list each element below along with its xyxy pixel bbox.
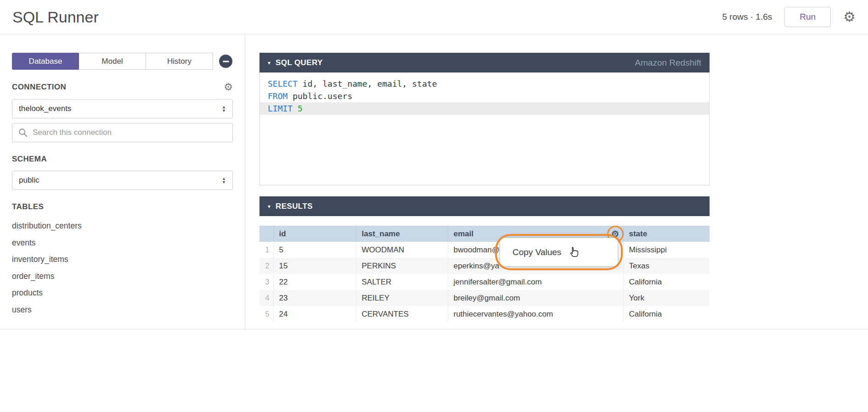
results-header-row: idlast_nameemail⚙state	[259, 226, 710, 242]
connection-select[interactable]: thelook_events ▲▼	[12, 99, 233, 118]
tab-model[interactable]: Model	[79, 53, 146, 70]
sidebar: Database Model History CONNECTION ⚙ thel…	[0, 34, 245, 329]
sql-query-panel-header[interactable]: ▾ SQL QUERY Amazon Redshift	[259, 53, 710, 72]
connection-search	[12, 123, 233, 142]
cell-last_name: SALTER	[356, 274, 448, 290]
schema-section-header: SCHEMA	[12, 155, 233, 164]
table-row: 322SALTERjennifersalter@gmail.comCalifor…	[259, 274, 710, 290]
tables-section-header: TABLES	[12, 202, 233, 212]
chevron-down-icon: ▾	[268, 60, 271, 66]
table-item-products[interactable]: products	[12, 284, 233, 301]
run-button[interactable]: Run	[784, 7, 831, 27]
updown-arrows-icon: ▲▼	[222, 177, 226, 184]
code-line: SELECT id, last_name, email, state	[260, 78, 709, 90]
connection-gear-icon[interactable]: ⚙	[224, 82, 233, 92]
results-table-wrap: idlast_nameemail⚙state 15WOODMANbwoodman…	[259, 226, 710, 322]
row-number-column-header	[259, 226, 273, 242]
updown-arrows-icon: ▲▼	[222, 105, 226, 112]
code-line: FROM public.users	[260, 90, 709, 102]
cell-id: 24	[273, 306, 356, 322]
cell-state: California	[623, 306, 710, 322]
schema-select[interactable]: public ▲▼	[12, 171, 233, 190]
column-context-menu: Copy Values	[500, 238, 618, 267]
table-item-events[interactable]: events	[12, 234, 233, 251]
table-row: 423REILEYbreiley@gmail.comYork	[259, 290, 710, 306]
cell-state: Mississippi	[623, 242, 710, 258]
tab-database[interactable]: Database	[12, 53, 79, 70]
tables-heading: TABLES	[12, 202, 44, 212]
row-number: 2	[259, 258, 273, 274]
table-item-users[interactable]: users	[12, 301, 233, 318]
schema-select-value: public	[19, 176, 39, 185]
connection-section-header: CONNECTION ⚙	[12, 82, 233, 92]
collapse-panel-button[interactable]	[219, 55, 232, 68]
sql-editor[interactable]: SELECT id, last_name, email, stateFROM p…	[259, 72, 710, 185]
table-row: 524CERVANTESruthiecervantes@yahoo.comCal…	[259, 306, 710, 322]
cell-email: breiley@gmail.com	[448, 290, 623, 306]
cell-state: York	[623, 290, 710, 306]
results-panel-header[interactable]: ▾ RESULTS	[259, 196, 710, 216]
sql-query-title: SQL QUERY	[276, 58, 323, 67]
content-area: Database Model History CONNECTION ⚙ thel…	[0, 34, 868, 329]
row-number: 3	[259, 274, 273, 290]
cell-email: ruthiecervantes@yahoo.com	[448, 306, 623, 322]
tab-history[interactable]: History	[146, 53, 213, 70]
cell-last_name: WOODMAN	[356, 242, 448, 258]
tables-list: distribution_centerseventsinventory_item…	[12, 217, 233, 318]
cell-id: 22	[273, 274, 356, 290]
query-status-text: 5 rows · 1.6s	[722, 12, 772, 22]
cell-state: California	[623, 274, 710, 290]
column-header-id[interactable]: id	[273, 226, 356, 242]
cell-last_name: PERKINS	[356, 258, 448, 274]
dialect-label: Amazon Redshift	[635, 58, 701, 68]
cell-id: 5	[273, 242, 356, 258]
main-area: ▾ SQL QUERY Amazon Redshift SELECT id, l…	[245, 34, 868, 329]
cell-last_name: CERVANTES	[356, 306, 448, 322]
settings-gear-icon[interactable]: ⚙	[843, 10, 856, 24]
column-header-state[interactable]: state	[623, 226, 710, 242]
page-title: SQL Runner	[12, 8, 99, 26]
connection-heading: CONNECTION	[12, 83, 66, 92]
results-table: idlast_nameemail⚙state 15WOODMANbwoodman…	[259, 226, 710, 322]
schema-heading: SCHEMA	[12, 155, 47, 164]
hand-cursor-icon	[568, 246, 580, 258]
results-title: RESULTS	[276, 202, 313, 211]
search-icon	[18, 128, 28, 138]
code-line: LIMIT 5	[260, 102, 709, 115]
connection-select-value: thelook_events	[19, 104, 71, 113]
cell-state: Texas	[623, 258, 710, 274]
search-input[interactable]	[33, 128, 227, 137]
row-number: 5	[259, 306, 273, 322]
column-header-last_name[interactable]: last_name	[356, 226, 448, 242]
table-item-order_items[interactable]: order_items	[12, 268, 233, 285]
cell-id: 15	[273, 258, 356, 274]
cell-last_name: REILEY	[356, 290, 448, 306]
chevron-down-icon: ▾	[268, 203, 271, 210]
menu-item-copy-values[interactable]: Copy Values	[513, 247, 561, 257]
table-row: 215PERKINSeperkins@yaTexas	[259, 258, 710, 274]
cell-id: 23	[273, 290, 356, 306]
column-gear-icon[interactable]: ⚙	[611, 229, 620, 239]
table-row: 15WOODMANbwoodman@Mississippi	[259, 242, 710, 258]
table-item-inventory_items[interactable]: inventory_items	[12, 251, 233, 268]
row-number: 4	[259, 290, 273, 306]
table-item-distribution_centers[interactable]: distribution_centers	[12, 217, 233, 234]
cell-email: jennifersalter@gmail.com	[448, 274, 623, 290]
top-bar-right: 5 rows · 1.6s Run ⚙	[722, 7, 856, 27]
results-body: 15WOODMANbwoodman@Mississippi215PERKINSe…	[259, 242, 710, 322]
row-number: 1	[259, 242, 273, 258]
sidebar-tabs: Database Model History	[12, 53, 233, 70]
top-bar: SQL Runner 5 rows · 1.6s Run ⚙	[0, 0, 868, 34]
